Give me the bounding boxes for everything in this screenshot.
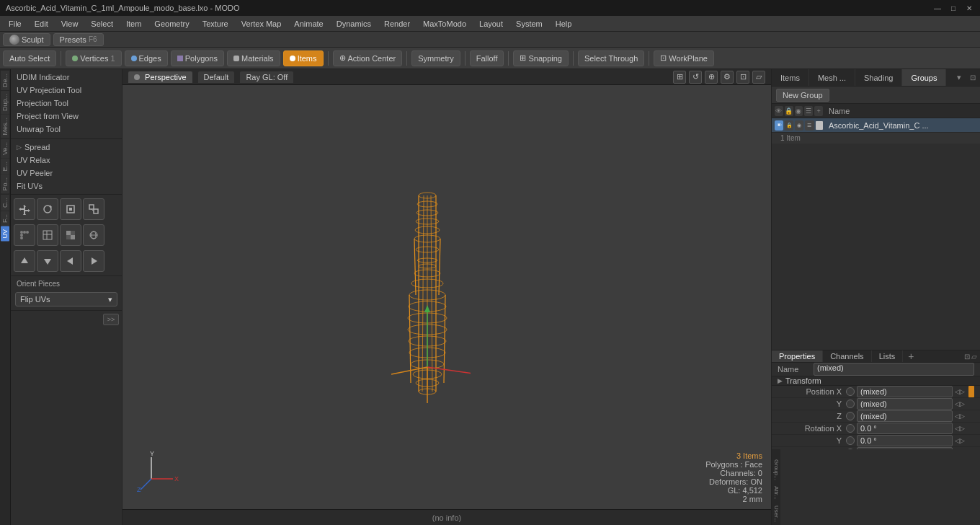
tab-arrow[interactable]: ▾ xyxy=(953,69,966,86)
tool-icon-scale[interactable] xyxy=(60,198,81,220)
col-icon-2[interactable]: 🔒 xyxy=(785,106,793,116)
tool-icon-up[interactable] xyxy=(14,250,35,272)
vp-tool-maximize[interactable]: ▱ xyxy=(752,71,765,84)
vp-tool-zoom[interactable]: ⊕ xyxy=(705,71,718,84)
menu-animate[interactable]: Animate xyxy=(288,18,329,30)
vert-tab-mes[interactable]: Mes... xyxy=(1,115,9,138)
perspective-tab[interactable]: Perspective xyxy=(128,71,192,83)
menu-view[interactable]: View xyxy=(55,18,84,30)
auto-select-button[interactable]: Auto Select xyxy=(3,50,56,66)
uv-peeler-tool[interactable]: UV Peeler xyxy=(11,167,122,180)
group-item-name-0[interactable]: Ascorbic_Acid_Vitamin_C ... xyxy=(826,121,980,130)
tool-icon-checker[interactable] xyxy=(60,224,81,246)
props-add-button[interactable]: + xyxy=(903,350,919,362)
tool-icon-sphere[interactable] xyxy=(83,224,104,246)
fit-uvs-tool[interactable]: Fit UVs xyxy=(11,180,122,193)
vert-tab-de[interactable]: De... xyxy=(1,71,9,90)
tab-items[interactable]: Items xyxy=(772,69,809,86)
tool-icon-down[interactable] xyxy=(37,250,58,272)
rotation-z-dot[interactable] xyxy=(846,449,855,449)
items-button[interactable]: Items xyxy=(283,50,324,66)
projection-tool[interactable]: Projection Tool xyxy=(11,97,122,110)
vert-tab-c[interactable]: C... xyxy=(1,195,9,211)
raygl-tab[interactable]: Ray GL: Off xyxy=(240,71,293,83)
viewport-canvas[interactable]: .grid-line { stroke: #4a4a4a; stroke-wid… xyxy=(122,85,771,509)
vert-tab-po[interactable]: Po... xyxy=(1,175,9,194)
group-expand-icon[interactable]: ☰ xyxy=(805,120,814,131)
vert-tab-uv[interactable]: UV xyxy=(1,226,9,242)
menu-maxtomodo[interactable]: MaxToModo xyxy=(417,18,472,30)
unwrap-tool[interactable]: Unwrap Tool xyxy=(11,123,122,136)
position-z-value[interactable]: (mixed) xyxy=(857,410,953,422)
close-button[interactable]: ✕ xyxy=(964,3,974,13)
position-x-dot[interactable] xyxy=(846,387,855,396)
select-through-button[interactable]: Select Through xyxy=(578,50,644,66)
transform-section-header[interactable]: ▶ Transform xyxy=(772,376,980,386)
rotation-z-value[interactable]: 0.0 ° xyxy=(857,447,953,449)
group-visibility-icon[interactable]: 👁 xyxy=(775,120,783,131)
presets-button[interactable]: Presets F6 xyxy=(53,33,104,46)
menu-layout[interactable]: Layout xyxy=(473,18,509,30)
col-icon-4[interactable]: ☰ xyxy=(804,106,813,116)
menu-file[interactable]: File xyxy=(3,18,27,30)
rotation-x-value[interactable]: 0.0 ° xyxy=(857,423,953,434)
right-strip-user[interactable]: User... xyxy=(772,503,780,525)
rotation-y-dot[interactable] xyxy=(846,436,855,445)
vp-tool-expand[interactable]: ⊡ xyxy=(736,71,749,84)
vertices-button[interactable]: Vertices 1 xyxy=(66,50,121,66)
vp-tool-frame[interactable]: ⊞ xyxy=(673,71,686,84)
workplane-button[interactable]: ⊡ WorkPlane xyxy=(654,50,714,66)
menu-render[interactable]: Render xyxy=(378,18,416,30)
tool-icon-move[interactable] xyxy=(14,198,35,220)
tool-icon-grid[interactable] xyxy=(14,224,35,246)
uv-relax-tool[interactable]: UV Relax xyxy=(11,154,122,167)
menu-dynamics[interactable]: Dynamics xyxy=(331,18,377,30)
position-y-value[interactable]: (mixed) xyxy=(857,398,953,410)
menu-vertex-map[interactable]: Vertex Map xyxy=(236,18,288,30)
action-center-button[interactable]: ⊕ Action Center xyxy=(333,50,403,66)
project-from-view[interactable]: Project from View xyxy=(11,110,122,123)
props-tab-properties[interactable]: Properties xyxy=(772,350,823,362)
rotation-x-dot[interactable] xyxy=(846,424,855,433)
menu-help[interactable]: Help xyxy=(550,18,578,30)
right-strip-group[interactable]: Group... xyxy=(772,456,780,483)
tab-groups[interactable]: Groups xyxy=(902,69,946,86)
tool-icon-uv-grid[interactable] xyxy=(37,224,58,246)
tool-icon-left[interactable] xyxy=(60,250,81,272)
position-y-dot[interactable] xyxy=(846,400,855,408)
spread-tool[interactable]: ▷ Spread xyxy=(11,141,122,154)
menu-select[interactable]: Select xyxy=(85,18,119,30)
group-render-icon[interactable]: ◉ xyxy=(795,120,803,131)
materials-button[interactable]: Materials xyxy=(227,50,280,66)
rotation-y-value[interactable]: 0.0 ° xyxy=(857,435,953,446)
vp-tool-rotate[interactable]: ↺ xyxy=(689,71,702,84)
tool-icon-rotate[interactable] xyxy=(37,198,58,220)
menu-texture[interactable]: Texture xyxy=(197,18,234,30)
vert-tab-dup[interactable]: Dup... xyxy=(1,91,9,114)
new-group-button[interactable]: New Group xyxy=(776,89,829,102)
group-lock-icon[interactable]: 🔒 xyxy=(785,120,793,131)
flip-uvs-dropdown[interactable]: Flip UVs ▾ xyxy=(15,292,117,306)
props-expand[interactable]: ⊡ ▱ xyxy=(961,350,980,362)
vert-tab-e[interactable]: E... xyxy=(1,159,9,175)
maximize-button[interactable]: □ xyxy=(948,3,958,13)
right-strip-attr[interactable]: Attr... xyxy=(772,483,780,503)
col-icon-5[interactable]: + xyxy=(814,106,823,116)
vert-tab-ve[interactable]: Ve... xyxy=(1,139,9,158)
uv-projection-tool[interactable]: UV Projection Tool xyxy=(11,84,122,97)
vert-tab-f[interactable]: F... xyxy=(1,211,9,226)
props-name-input[interactable]: (mixed) xyxy=(814,363,974,376)
snapping-button[interactable]: ⊞ Snapping xyxy=(513,50,569,66)
props-tab-lists[interactable]: Lists xyxy=(872,350,904,362)
default-tab[interactable]: Default xyxy=(198,71,235,83)
tab-mesh[interactable]: Mesh ... xyxy=(809,69,855,86)
position-x-value[interactable]: (mixed) xyxy=(857,386,953,397)
props-tab-channels[interactable]: Channels xyxy=(823,350,871,362)
falloff-button[interactable]: Falloff xyxy=(470,50,504,66)
tool-icon-right[interactable] xyxy=(83,250,104,272)
col-icon-1[interactable]: 👁 xyxy=(775,106,783,116)
menu-geometry[interactable]: Geometry xyxy=(148,18,195,30)
edges-button[interactable]: Edges xyxy=(125,50,168,66)
udim-indicator[interactable]: UDIM Indicator xyxy=(11,71,122,84)
tab-shading[interactable]: Shading xyxy=(855,69,902,86)
